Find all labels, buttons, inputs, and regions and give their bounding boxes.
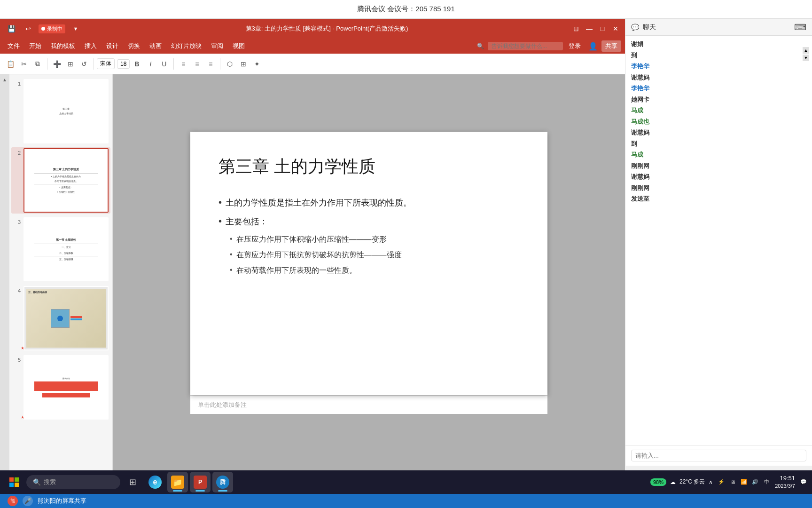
menu-animation[interactable]: 动画 bbox=[146, 40, 165, 52]
menu-view[interactable]: 视图 bbox=[229, 40, 249, 52]
menu-template[interactable]: 我的模板 bbox=[47, 40, 79, 52]
scroll-up-button[interactable]: ▲ bbox=[1, 76, 8, 83]
chat-msg-5: 李艳华 bbox=[631, 84, 806, 93]
title-bar-left: 💾 ↩ 录制中 ▼ bbox=[5, 22, 82, 35]
clipboard-group: 📋 ✂ ⧉ bbox=[4, 57, 44, 71]
task-view-button[interactable]: ⊞ bbox=[122, 472, 143, 492]
maximize-button[interactable]: □ bbox=[598, 24, 607, 33]
chat-name-10: 到 bbox=[631, 140, 637, 147]
chat-msg-12: 刚刚网 bbox=[631, 161, 806, 171]
notes-area[interactable]: 单击此处添加备注 bbox=[190, 395, 547, 414]
chat-scroll-down[interactable]: ▼ bbox=[803, 55, 809, 61]
undo-icon[interactable]: ↩ bbox=[22, 22, 35, 35]
slide-panel[interactable]: 1 第三章 土的力学性质 2 第三章 土的力学性质 • 土的力学性质是指土在外力 bbox=[9, 74, 113, 471]
font-family-dropdown[interactable]: 宋体 bbox=[97, 58, 115, 69]
chat-msg-9: 谢慧妈 bbox=[631, 128, 806, 137]
slide-num-3: 3 bbox=[13, 217, 21, 225]
thumb4-labels bbox=[70, 316, 82, 320]
slide-thumb-5[interactable]: 5 ★ 图表内容 bbox=[11, 354, 110, 421]
slide-thumb-3[interactable]: 3 第一节 土压缩性 一、定义 二、压缩系数 三、压缩模量 bbox=[11, 216, 110, 283]
copy-icon[interactable]: ⧉ bbox=[31, 57, 44, 71]
save-icon[interactable]: 💾 bbox=[5, 22, 18, 35]
paragraph-group: ≡ ≡ ≡ bbox=[177, 57, 217, 71]
datetime-display[interactable]: 19:51 2023/3/7 bbox=[775, 474, 795, 490]
cut-icon[interactable]: ✂ bbox=[17, 57, 31, 71]
slide-thumb-2[interactable]: 2 第三章 土的力学性质 • 土的力学性质是指土在外力 作用下所表现的性质。 •… bbox=[11, 147, 110, 214]
ppt-window: 💾 ↩ 录制中 ▼ 第3章: 土的力学性质 [兼容模式] - PowerPoin… bbox=[0, 19, 625, 484]
tencent-meeting-app[interactable]: 腾 bbox=[212, 472, 233, 492]
menu-review[interactable]: 审阅 bbox=[207, 40, 227, 52]
share-button[interactable]: 共享 bbox=[601, 40, 621, 52]
minimize-button[interactable]: — bbox=[585, 24, 594, 33]
powerpoint-app[interactable]: P bbox=[190, 472, 211, 492]
chat-scroll-up[interactable]: ▲ bbox=[803, 47, 809, 54]
bullet-main-1-text: 土的力学性质是指土在外力作用下所表现的性质。 bbox=[226, 197, 412, 208]
recording-settings-icon[interactable]: ▼ bbox=[69, 22, 82, 35]
login-button[interactable]: 登录 bbox=[565, 40, 585, 52]
slide-img-4[interactable]: 三、基础压缩曲线 bbox=[23, 286, 109, 350]
reset-icon[interactable]: ↺ bbox=[78, 57, 91, 71]
slide-img-5[interactable]: 图表内容 bbox=[23, 355, 109, 420]
bullet-sub-1: 在压应力作用下体积缩小的压缩性———变形 bbox=[230, 235, 519, 245]
menu-file[interactable]: 文件 bbox=[4, 40, 23, 52]
slide-thumb-1[interactable]: 1 第三章 土的力学性质 bbox=[11, 78, 110, 144]
notification-icon[interactable]: 💬 bbox=[799, 477, 808, 487]
thumb2-text2: 作用下所表现的性质。 bbox=[54, 179, 79, 183]
new-slide-icon[interactable]: ➕ bbox=[50, 57, 63, 71]
edge-app[interactable]: e bbox=[145, 472, 165, 492]
slide-img-1[interactable]: 第三章 土的力学性质 bbox=[23, 79, 109, 143]
slide-container[interactable]: 第三章 土的力学性质 土的力学性质是指土在外力作用下所表现的性质。 主要包括： … bbox=[190, 132, 547, 395]
power-icon: ⚡ bbox=[717, 477, 726, 487]
slide-img-2[interactable]: 第三章 土的力学性质 • 土的力学性质是指土在外力 作用下所表现的性质。 • 主… bbox=[23, 148, 109, 213]
italic-icon[interactable]: I bbox=[144, 57, 157, 71]
thumb4-circle bbox=[57, 316, 63, 321]
menu-slideshow[interactable]: 幻灯片放映 bbox=[167, 40, 205, 52]
chat-msg-11: 马成 bbox=[631, 150, 806, 159]
slide-5-star: ★ bbox=[21, 415, 24, 420]
align-left-icon[interactable]: ≡ bbox=[177, 57, 190, 71]
align-center-icon[interactable]: ≡ bbox=[190, 57, 203, 71]
network-icon: 📶 bbox=[739, 477, 749, 487]
menu-insert[interactable]: 插入 bbox=[81, 40, 101, 52]
chat-msg-3: 李艳华 bbox=[631, 62, 806, 71]
chevron-up-icon[interactable]: ∧ bbox=[709, 479, 713, 485]
taskbar: 🔍 搜索 ⊞ e 📁 P 腾 98% ☁ 22°C 多云 ∧ ⚡ 🖥 📶 bbox=[0, 470, 812, 494]
shapes-icon[interactable]: ⬡ bbox=[223, 57, 236, 71]
arrange-icon[interactable]: ⊞ bbox=[237, 57, 250, 71]
menu-transition[interactable]: 切换 bbox=[124, 40, 144, 52]
chat-name-13: 谢慧妈 bbox=[631, 173, 649, 180]
thumb4-title-text: 三、基础压缩曲线 bbox=[28, 291, 47, 294]
menu-design[interactable]: 设计 bbox=[102, 40, 122, 52]
thumb2-line1 bbox=[34, 173, 98, 174]
slide-view-area[interactable]: 第三章 土的力学性质 土的力学性质是指土在外力作用下所表现的性质。 主要包括： … bbox=[113, 74, 625, 471]
search-icon: 🔍 bbox=[477, 43, 484, 49]
thumb5-content: 图表内容 bbox=[62, 376, 71, 381]
monitor-icon: 🖥 bbox=[728, 477, 737, 487]
meeting-topbar: 腾讯会议 会议号：205 785 191 bbox=[0, 0, 812, 19]
slide-img-3[interactable]: 第一节 土压缩性 一、定义 二、压缩系数 三、压缩模量 bbox=[23, 217, 109, 282]
taskbar-search-box[interactable]: 🔍 搜索 bbox=[26, 475, 120, 489]
bullet-sub-2-text: 在剪应力作用下抵抗剪切破坏的抗剪性———强度 bbox=[236, 250, 402, 260]
sharing-mic-icon[interactable]: 🎤 bbox=[23, 496, 33, 506]
chat-msg-8: 马成也 bbox=[631, 117, 806, 127]
recording-label: 录制中 bbox=[47, 25, 62, 32]
bold-icon[interactable]: B bbox=[130, 57, 143, 71]
layout-icon[interactable]: ⊞ bbox=[64, 57, 77, 71]
underline-icon[interactable]: U bbox=[157, 57, 171, 71]
menu-search-input[interactable] bbox=[488, 42, 563, 50]
chat-input[interactable] bbox=[631, 450, 806, 461]
start-button[interactable] bbox=[4, 472, 24, 492]
chat-name-4: 谢慧妈 bbox=[631, 74, 649, 81]
menu-home[interactable]: 开始 bbox=[25, 40, 45, 52]
font-size-dropdown[interactable]: 18 bbox=[117, 59, 130, 69]
close-button[interactable]: ✕ bbox=[611, 24, 620, 33]
paste-icon[interactable]: 📋 bbox=[4, 57, 17, 71]
align-right-icon[interactable]: ≡ bbox=[204, 57, 217, 71]
view-mode-icon[interactable]: ⊟ bbox=[571, 24, 581, 33]
file-explorer-app[interactable]: 📁 bbox=[167, 472, 188, 492]
quick-styles-icon[interactable]: ✦ bbox=[250, 57, 264, 71]
battery-level: 98% bbox=[653, 479, 664, 485]
file-explorer-icon: 📁 bbox=[171, 476, 184, 489]
volume-icon: 🔊 bbox=[750, 477, 760, 487]
slide-thumb-4[interactable]: 4 ★ 三、基础压缩曲线 bbox=[11, 285, 110, 351]
